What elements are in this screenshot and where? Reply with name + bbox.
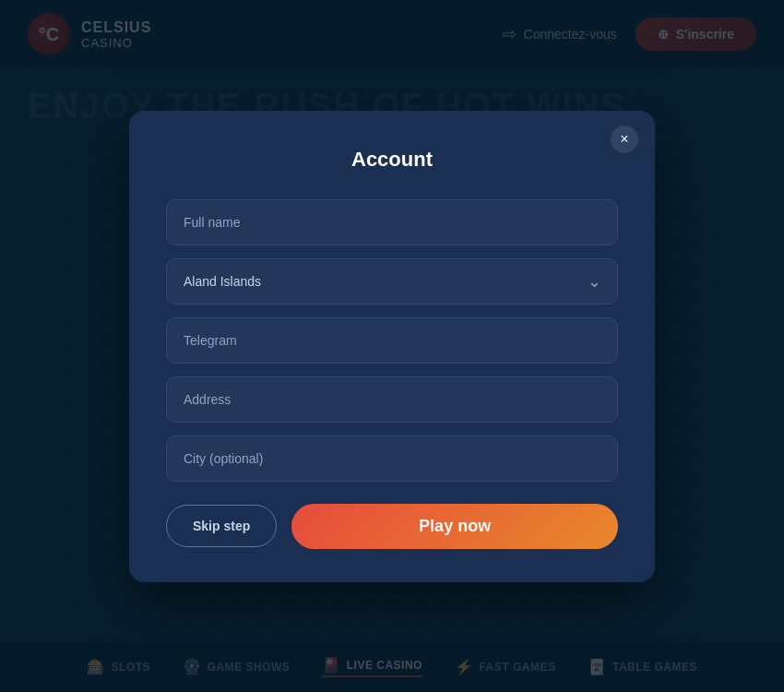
country-select[interactable]: Aland Islands Albania Algeria Andorra An… (166, 258, 618, 304)
fullname-input[interactable] (166, 199, 618, 245)
telegram-group (166, 317, 618, 364)
address-input[interactable] (166, 376, 618, 423)
account-modal: × Account Aland Islands Albania Algeria … (129, 111, 655, 582)
modal-title: Account (166, 148, 618, 172)
play-now-button[interactable]: Play now (291, 504, 618, 549)
fullname-group (166, 199, 618, 245)
city-group (166, 435, 618, 482)
address-group (166, 376, 618, 423)
skip-step-button[interactable]: Skip step (166, 505, 277, 547)
modal-close-button[interactable]: × (611, 125, 638, 153)
city-input[interactable] (166, 435, 618, 482)
country-group: Aland Islands Albania Algeria Andorra An… (166, 258, 618, 304)
modal-actions: Skip step Play now (166, 504, 618, 549)
modal-overlay: × Account Aland Islands Albania Algeria … (0, 0, 784, 692)
telegram-input[interactable] (166, 317, 618, 364)
